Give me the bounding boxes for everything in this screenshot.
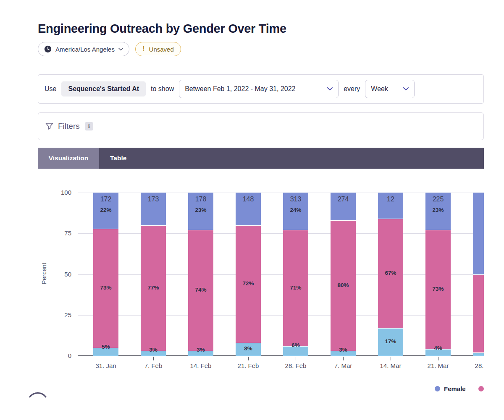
x-axis-label: 28. Mar bbox=[467, 362, 484, 369]
tab-table[interactable]: Table bbox=[99, 148, 137, 169]
clock-icon bbox=[44, 45, 52, 53]
card-border-fragment bbox=[38, 67, 38, 74]
female-percent-label: 23% bbox=[188, 207, 213, 213]
x-axis-label: 28. Feb bbox=[277, 362, 315, 369]
bar-total-count: 172 bbox=[93, 196, 118, 203]
gridline bbox=[78, 233, 484, 234]
pink-percent-label: 72% bbox=[236, 280, 261, 287]
info-icon[interactable]: i bbox=[85, 122, 93, 130]
lightblue-percent-label: 3% bbox=[141, 347, 166, 353]
bar-total-count: 12 bbox=[378, 196, 403, 203]
y-tick-label: 0 bbox=[46, 352, 71, 359]
pink-percent-label: 67% bbox=[378, 270, 403, 276]
bar-total-count: 148 bbox=[236, 196, 261, 203]
legend-dot-icon bbox=[435, 386, 440, 391]
x-axis-tick bbox=[201, 357, 201, 360]
chevron-down-icon bbox=[118, 48, 123, 51]
y-tick-label: 100 bbox=[46, 189, 71, 196]
use-label: Use bbox=[45, 85, 56, 93]
date-range-value: Between Feb 1, 2022 - May 31, 2022 bbox=[185, 85, 295, 93]
legend-label: Female bbox=[444, 385, 466, 392]
pink-percent-label: 80% bbox=[331, 282, 356, 288]
bar-segment-female[interactable] bbox=[473, 193, 484, 274]
gridline bbox=[78, 193, 484, 193]
x-axis-tick bbox=[106, 357, 106, 360]
gridline bbox=[78, 315, 484, 316]
funnel-filter-icon bbox=[45, 122, 54, 130]
chevron-down-icon bbox=[403, 87, 409, 91]
x-axis-label: 14. Feb bbox=[182, 362, 220, 369]
view-tabbar: Visualization Table bbox=[38, 148, 484, 169]
x-axis-label: 21. Feb bbox=[229, 362, 267, 369]
gridline bbox=[78, 274, 484, 275]
dashboard-page: Engineering Outreach by Gender Over Time… bbox=[0, 0, 504, 420]
interval-select[interactable]: Week bbox=[365, 80, 415, 98]
date-controls-card: Use Sequence's Started At to show Betwee… bbox=[38, 74, 484, 104]
field-chip-sequence-started-at[interactable]: Sequence's Started At bbox=[61, 81, 146, 97]
unsaved-status-badge: ! Unsaved bbox=[135, 42, 181, 56]
unsaved-label: Unsaved bbox=[149, 46, 174, 53]
x-axis-tick bbox=[248, 357, 249, 360]
female-percent-label: 24% bbox=[283, 207, 308, 213]
every-label: every bbox=[344, 85, 360, 93]
pink-percent-label: 77% bbox=[141, 284, 166, 291]
lightblue-percent-label: 6% bbox=[283, 342, 308, 348]
bar-group: 22523%73%4% bbox=[425, 193, 451, 356]
bar-group bbox=[473, 193, 484, 356]
legend-item[interactable]: Female bbox=[435, 385, 466, 392]
to-show-label: to show bbox=[151, 85, 174, 93]
bar-group: 14872%8% bbox=[236, 193, 261, 356]
plot-area: 17222%73%5%31. Jan17377%3%7. Feb17823%74… bbox=[78, 193, 484, 356]
chart-legend: Female bbox=[435, 385, 484, 392]
chevron-down-icon bbox=[327, 87, 333, 91]
female-percent-label: 22% bbox=[93, 207, 118, 213]
lightblue-percent-label: 3% bbox=[188, 347, 213, 353]
loading-spinner-arc bbox=[29, 392, 47, 399]
y-tick-label: 50 bbox=[46, 271, 71, 278]
filters-label: Filters bbox=[58, 122, 80, 131]
tab-visualization[interactable]: Visualization bbox=[38, 148, 99, 169]
bar-group: 17377%3% bbox=[141, 193, 166, 356]
x-axis-label: 31. Jan bbox=[87, 362, 125, 369]
timezone-label: America/Los Angeles bbox=[55, 46, 115, 53]
bar-segment-pink[interactable] bbox=[473, 274, 484, 353]
x-axis-tick bbox=[296, 357, 296, 360]
x-axis-tick bbox=[153, 357, 154, 360]
header-pill-row: America/Los Angeles ! Unsaved bbox=[38, 42, 181, 56]
bar-group: 17823%74%3% bbox=[188, 193, 213, 356]
female-percent-label: 23% bbox=[425, 207, 451, 213]
legend-item[interactable] bbox=[478, 386, 484, 391]
x-axis-label: 7. Mar bbox=[324, 362, 362, 369]
filters-section-header[interactable]: Filters i bbox=[38, 112, 484, 140]
y-tick-label: 75 bbox=[46, 230, 71, 237]
x-axis-tick bbox=[438, 357, 438, 360]
bar-group: 27480%3% bbox=[331, 193, 356, 356]
x-axis-label: 7. Feb bbox=[134, 362, 172, 369]
chart-card-left-border bbox=[38, 169, 38, 394]
lightblue-percent-label: 17% bbox=[378, 338, 403, 344]
lightblue-percent-label: 8% bbox=[236, 345, 261, 352]
date-range-select[interactable]: Between Feb 1, 2022 - May 31, 2022 bbox=[179, 80, 339, 98]
x-axis-label: 21. Mar bbox=[419, 362, 457, 369]
x-axis-tick bbox=[391, 357, 391, 360]
bar-total-count: 225 bbox=[425, 196, 451, 203]
x-axis-tick bbox=[343, 357, 344, 360]
bar-group: 17222%73%5% bbox=[93, 193, 118, 356]
bar-total-count: 274 bbox=[331, 196, 356, 203]
pink-percent-label: 74% bbox=[188, 287, 213, 293]
pink-percent-label: 73% bbox=[425, 286, 451, 292]
bar-group: 31324%71%6% bbox=[283, 193, 308, 356]
bar-total-count: 178 bbox=[188, 196, 213, 203]
lightblue-percent-label: 3% bbox=[331, 347, 356, 353]
bar-segment-lightblue[interactable] bbox=[473, 352, 484, 356]
page-title: Engineering Outreach by Gender Over Time bbox=[38, 22, 286, 36]
bar-total-count: 173 bbox=[141, 196, 166, 203]
legend-dot-icon bbox=[478, 386, 484, 391]
timezone-dropdown[interactable]: America/Los Angeles bbox=[38, 42, 129, 56]
bar-total-count: 313 bbox=[283, 196, 308, 203]
bar-group: 1267%17% bbox=[378, 193, 403, 356]
x-axis-line bbox=[78, 355, 484, 356]
warning-exclamation-icon: ! bbox=[142, 45, 145, 53]
y-tick-label: 25 bbox=[46, 311, 71, 318]
lightblue-percent-label: 5% bbox=[93, 344, 118, 350]
